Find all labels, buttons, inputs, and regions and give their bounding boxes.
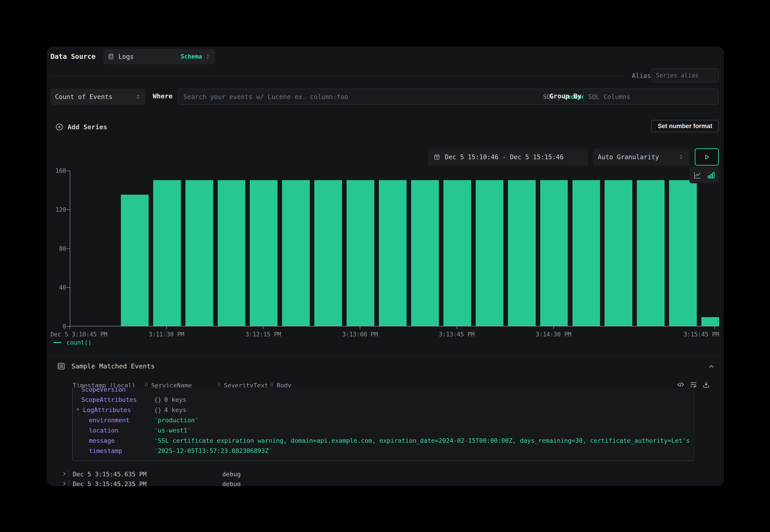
- schema-link[interactable]: Schema: [181, 53, 202, 60]
- json-field-row: timestamp"2025-12-05T13:57:23.082306893Z…: [73, 446, 694, 456]
- events-divider: [50, 355, 719, 356]
- chart-legend[interactable]: count(): [53, 339, 92, 346]
- time-range-picker[interactable]: Dec 5 15:10:46 - Dec 5 15:15:46: [428, 148, 588, 166]
- json-value: "production": [154, 417, 692, 424]
- x-axis-tickmark: [263, 326, 263, 329]
- y-axis-tickmark: [67, 171, 70, 171]
- calendar-icon: [434, 154, 440, 160]
- chart-bar[interactable]: [701, 317, 719, 326]
- bar-chart-icon[interactable]: [707, 171, 716, 180]
- group-by-inputbox: [583, 89, 719, 105]
- add-series-label: Add Series: [67, 123, 107, 131]
- json-field-row: message"SSL certificate expiration warni…: [73, 436, 694, 446]
- y-axis-tickmark: [67, 249, 70, 249]
- data-source-select[interactable]: Logs Schema: [103, 49, 215, 64]
- event-timestamp: Dec 5 3:15:45.635 PM: [73, 471, 147, 478]
- aggregation-value: Count of Events: [55, 93, 112, 101]
- x-axis-tickmark: [715, 326, 715, 329]
- chart-type-toggle: [689, 167, 719, 183]
- time-range-value: Dec 5 15:10:46 - Dec 5 15:15:46: [445, 153, 564, 161]
- chart-bar[interactable]: [282, 180, 310, 326]
- chart-bar[interactable]: [411, 180, 439, 326]
- json-key[interactable]: timestamp: [89, 447, 122, 454]
- event-json-panel: ScopeVersion""ScopeAttributes{}0 keys▾Lo…: [72, 387, 694, 461]
- x-axis-tickmark: [554, 326, 554, 329]
- alias-divider: [50, 76, 625, 76]
- where-label: Where: [153, 92, 172, 100]
- x-axis-tickmark: [70, 326, 70, 329]
- chart-bar[interactable]: [573, 180, 600, 326]
- chevrons-updown-icon: [205, 54, 211, 60]
- chevron-right-icon[interactable]: [61, 471, 67, 477]
- event-row[interactable]: Dec 5 3:15:45.235 PMdebug: [47, 480, 724, 486]
- json-value: "SSL certificate expiration warning, dom…: [154, 437, 692, 444]
- data-source-label: Data Source: [50, 52, 96, 60]
- chart-bar[interactable]: [605, 180, 632, 326]
- json-key[interactable]: message: [89, 437, 115, 444]
- legend-swatch: [53, 342, 62, 343]
- y-axis-tick-label: 0: [47, 323, 66, 330]
- chevrons-updown-icon: [678, 154, 684, 160]
- line-chart-icon[interactable]: [693, 171, 702, 180]
- json-value: {}4 keys: [154, 406, 692, 413]
- aggregation-select[interactable]: Count of Events: [50, 89, 145, 105]
- download-icon[interactable]: [702, 380, 710, 389]
- chart-bar[interactable]: [346, 180, 374, 326]
- chart-bar[interactable]: [250, 180, 277, 326]
- chart-bar[interactable]: [669, 180, 697, 326]
- chevron-right-icon[interactable]: [61, 480, 67, 486]
- collapse-chevron-icon[interactable]: [708, 363, 715, 370]
- chart-bar[interactable]: [218, 180, 245, 326]
- triangle-down-icon[interactable]: ▾: [76, 406, 79, 412]
- event-timestamp: Dec 5 3:15:45.235 PM: [73, 480, 147, 486]
- set-number-format-button[interactable]: Set number format: [651, 120, 719, 132]
- row-divider: [69, 470, 69, 477]
- chart-bar[interactable]: [476, 180, 504, 326]
- chart-bar[interactable]: [508, 180, 536, 326]
- chart-plot[interactable]: [70, 171, 719, 326]
- json-key[interactable]: ScopeVersion: [81, 387, 126, 393]
- json-value: "": [154, 387, 692, 393]
- chart-bar[interactable]: [637, 180, 665, 326]
- x-axis-tick-label: 3:14:30 PM: [536, 331, 571, 338]
- json-key[interactable]: location: [89, 427, 118, 434]
- json-value: {}0 keys: [154, 396, 692, 403]
- json-key[interactable]: environment: [89, 417, 129, 424]
- run-query-button[interactable]: [695, 148, 719, 166]
- x-axis-tickmark: [457, 326, 457, 329]
- group-by-input[interactable]: [588, 93, 714, 101]
- y-axis-tickmark: [67, 209, 70, 210]
- event-row[interactable]: Dec 5 3:15:45.635 PMdebug: [47, 470, 724, 480]
- chart-bar[interactable]: [153, 180, 181, 326]
- row-divider: [69, 480, 69, 486]
- chart-bar[interactable]: [540, 180, 568, 326]
- json-field-row: environment"production": [73, 415, 694, 425]
- data-source-value: Logs: [118, 53, 134, 60]
- granularity-select[interactable]: Auto Granularity: [593, 148, 689, 166]
- json-key[interactable]: ScopeAttributes: [81, 396, 137, 403]
- alias-inputbox: [651, 68, 719, 82]
- x-axis-tick-label: 3:11:30 PM: [149, 331, 184, 338]
- chart-bar[interactable]: [444, 180, 471, 326]
- plus-circle-icon: [55, 123, 63, 131]
- chart-bar[interactable]: [121, 195, 149, 326]
- query-builder-panel: Data Source Logs Schema Alias Count of E…: [47, 47, 724, 486]
- play-icon: [703, 153, 711, 161]
- json-field-row: ScopeVersion"": [73, 387, 694, 395]
- chart-bar[interactable]: [314, 180, 342, 326]
- search-input[interactable]: [183, 93, 540, 101]
- alias-input[interactable]: [656, 72, 714, 79]
- json-value: "2025-12-05T13:57:23.082306893Z": [154, 447, 692, 454]
- chart-bar[interactable]: [185, 180, 213, 326]
- list-icon: [57, 362, 65, 370]
- search-inputbox: SQL | Lucene: [178, 89, 591, 105]
- events-header: Sample Matched Events: [57, 362, 155, 370]
- json-key[interactable]: LogAttributes: [83, 406, 131, 413]
- x-axis-tick-label: Dec 5 3:10:45 PM: [50, 331, 107, 338]
- chart-bar[interactable]: [379, 180, 407, 326]
- x-axis-tick-label: 3:13:00 PM: [342, 331, 378, 338]
- group-by-label: Group By: [550, 92, 581, 100]
- json-field-row: ScopeAttributes{}0 keys: [73, 395, 694, 405]
- event-severity: debug: [222, 480, 241, 486]
- add-series-button[interactable]: Add Series: [55, 123, 107, 131]
